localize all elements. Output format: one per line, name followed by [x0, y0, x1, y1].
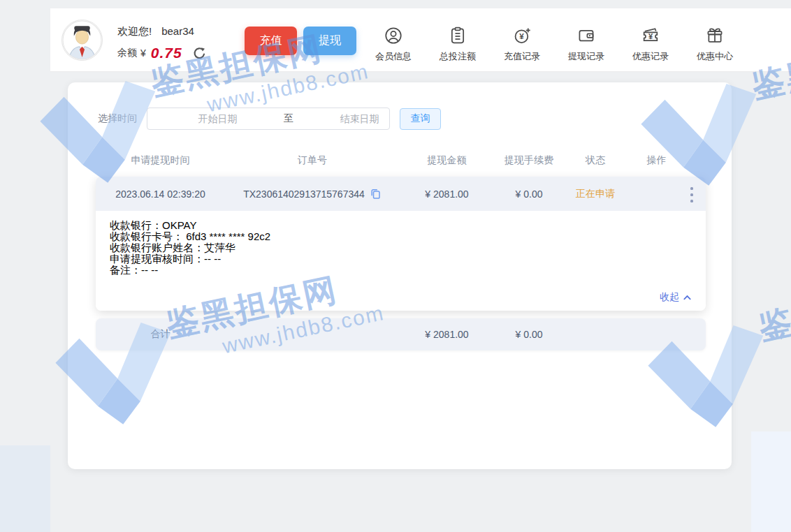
balance-value: 0.75 [151, 45, 182, 61]
copy-icon [370, 188, 382, 200]
recharge-button[interactable]: 充值 [245, 27, 297, 55]
account-info: 欢迎您!bear34 余额 ¥ 0.75 [117, 25, 207, 61]
username: bear34 [161, 25, 194, 37]
watermark-fragment [751, 431, 791, 532]
col-header-order-no: 订单号 [225, 154, 400, 167]
col-header-amount: 提现金额 [400, 154, 494, 167]
member-icon [384, 26, 403, 45]
table-row[interactable]: 2023.06.14 02:39:20 TX230614029137157673… [96, 177, 706, 211]
detail-bank: 收款银行：OKPAY [110, 220, 692, 231]
col-header-status: 状态 [564, 154, 627, 167]
svg-text:¥: ¥ [519, 31, 524, 40]
copy-order-button[interactable] [370, 188, 382, 200]
cell-order-no: TX23061402913715767344 [225, 188, 400, 200]
balance-label: 余额 [117, 47, 137, 59]
filter-label: 选择时间 [98, 112, 137, 125]
refresh-balance-button[interactable] [192, 46, 207, 61]
query-button[interactable]: 查询 [400, 108, 441, 130]
col-header-apply-time: 申请提现时间 [96, 154, 225, 167]
svg-text:¥: ¥ [648, 32, 653, 40]
row-actions-menu-button[interactable] [689, 186, 695, 204]
nav-member-info[interactable]: 会员信息 [370, 26, 416, 63]
nav-promo-records[interactable]: ¥ 优惠记录 [627, 26, 674, 63]
promo-record-icon: ¥ [641, 26, 660, 45]
header-bar: 欢迎您!bear34 余额 ¥ 0.75 充值 提现 [50, 8, 791, 72]
nav-withdraw-records[interactable]: 提现记录 [563, 26, 609, 63]
summary-row: 合计 ¥ 2081.00 ¥ 0.00 [96, 318, 706, 350]
collapse-label: 收起 [660, 291, 679, 304]
range-separator: 至 [281, 112, 296, 125]
nav-label: 充值记录 [504, 50, 540, 63]
summary-fee: ¥ 0.00 [494, 329, 564, 340]
nav-recharge-records[interactable]: ¥ 充值记录 [499, 26, 545, 63]
summary-label: 合计 [96, 328, 225, 341]
nav-label: 优惠中心 [697, 50, 733, 63]
detail-remark: 备注：-- -- [110, 265, 692, 276]
nav-label: 优惠记录 [632, 50, 669, 63]
avatar [61, 20, 103, 61]
table-header-row: 申请提现时间 订单号 提现金额 提现手续费 状态 操作 [96, 147, 706, 175]
cell-apply-time: 2023.06.14 02:39:20 [96, 189, 225, 200]
nav-label: 总投注额 [440, 50, 476, 63]
welcome-label: 欢迎您! [117, 25, 152, 37]
cell-amount: ¥ 2081.00 [400, 189, 494, 200]
status-badge: 正在申请 [564, 188, 627, 200]
promo-center-icon [705, 26, 725, 45]
user-avatar-icon [62, 20, 102, 60]
nav-label: 提现记录 [568, 50, 604, 63]
detail-review-time: 申请提现审核时间：-- -- [110, 253, 692, 265]
total-bets-icon [448, 26, 467, 45]
withdraw-record-icon [576, 26, 596, 45]
nav-label: 会员信息 [375, 50, 412, 63]
withdraw-button[interactable]: 提现 [303, 27, 356, 55]
collapse-detail-button[interactable]: 收起 [660, 291, 692, 304]
detail-account-name: 收款银行账户姓名：艾萍华 [110, 242, 692, 253]
watermark-brand: 鉴黑担保网 [755, 262, 791, 350]
withdraw-record: 2023.06.14 02:39:20 TX230614029137157673… [96, 177, 706, 311]
date-filter: 选择时间 至 查询 [98, 108, 431, 130]
refresh-icon [192, 46, 207, 61]
header-nav: 会员信息 总投注额 ¥ 充值记录 [370, 26, 738, 63]
summary-amount: ¥ 2081.00 [400, 329, 494, 340]
page: 欢迎您!bear34 余额 ¥ 0.75 充值 提现 [0, 0, 791, 532]
nav-total-bets[interactable]: 总投注额 [435, 26, 481, 63]
nav-promo-center[interactable]: 优惠中心 [692, 26, 738, 63]
detail-card-number: 收款银行卡号： 6fd3 **** **** 92c2 [110, 231, 692, 242]
date-range-picker[interactable]: 至 [147, 108, 390, 130]
col-header-fee: 提现手续费 [494, 154, 564, 167]
record-detail-panel: 收款银行：OKPAY 收款银行卡号： 6fd3 **** **** 92c2 收… [96, 211, 706, 311]
recharge-record-icon: ¥ [512, 26, 532, 45]
watermark-fragment [0, 445, 50, 532]
currency-symbol: ¥ [140, 47, 146, 59]
order-number: TX23061402913715767344 [243, 189, 365, 200]
col-header-action: 操作 [627, 154, 686, 167]
start-date-input[interactable] [154, 113, 281, 124]
cell-fee: ¥ 0.00 [494, 189, 564, 200]
chevron-up-icon [683, 293, 692, 302]
withdraw-records-panel: 选择时间 至 查询 申请提现时间 订单号 提现金额 提现手续费 状态 操作 [68, 82, 732, 469]
